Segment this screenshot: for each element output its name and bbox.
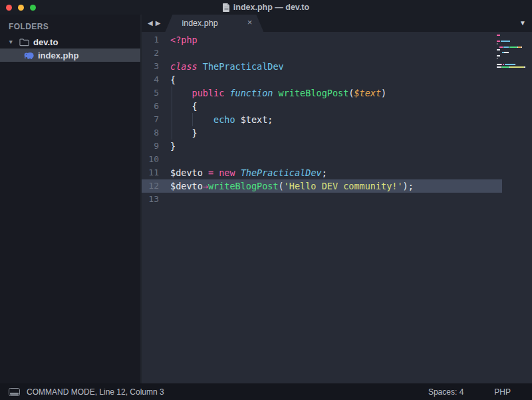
code-line-text: }	[170, 140, 176, 153]
line-number[interactable]: 3	[142, 60, 159, 73]
status-bar: COMMAND MODE, Line 12, Column 3 Spaces: …	[0, 383, 532, 400]
tab-label: index.php	[165, 19, 217, 28]
code-line-text: {	[170, 100, 198, 113]
code-line-text: }	[170, 126, 198, 140]
code-line[interactable]: 6 {	[142, 100, 502, 113]
line-number[interactable]: 9	[142, 140, 159, 153]
line-number[interactable]: 4	[142, 73, 159, 86]
editor-column: ◀ ▶ index.php × ▼ 1<?php23class ThePract…	[142, 15, 532, 383]
code-line[interactable]: 10	[142, 153, 502, 166]
folder-icon	[19, 38, 29, 47]
folder-label: dev.to	[33, 37, 58, 47]
indentation-status[interactable]: Spaces: 4	[428, 387, 464, 397]
indent-guide	[192, 113, 193, 126]
code-line[interactable]: 2	[142, 47, 502, 60]
syntax-status[interactable]: PHP	[494, 387, 511, 397]
file-label: index.php	[38, 50, 78, 60]
tab-overflow-icon[interactable]: ▼	[519, 20, 526, 27]
titlebar[interactable]: index.php — dev.to	[0, 0, 532, 15]
code-line[interactable]: 11$devto = new ThePracticalDev;	[142, 166, 502, 179]
code-line[interactable]: 8 }	[142, 126, 502, 140]
sidebar-item-file-indexphp[interactable]: index.php	[0, 49, 140, 62]
traffic-lights	[0, 5, 36, 11]
code-editor[interactable]: 1<?php23class ThePracticalDev4{5 public …	[142, 32, 532, 383]
code-lines: 1<?php23class ThePracticalDev4{5 public …	[142, 33, 532, 206]
zoom-window-button[interactable]	[30, 5, 36, 11]
tab-indexphp[interactable]: index.php ×	[165, 15, 263, 32]
code-line[interactable]: 1<?php	[142, 33, 502, 47]
line-number[interactable]: 1	[142, 33, 159, 47]
sidebar: FOLDERS ▾ dev.to	[0, 15, 142, 383]
code-line[interactable]: 12$devto→writeBlogPost('Hello DEV commun…	[142, 179, 502, 193]
code-line[interactable]: 9}	[142, 140, 502, 153]
disclosure-triangle-icon[interactable]: ▾	[9, 39, 15, 45]
code-line-text: <?php	[170, 33, 198, 47]
window-title-group: index.php — dev.to	[0, 0, 532, 15]
line-number[interactable]: 5	[142, 86, 159, 100]
status-mode-position: COMMAND MODE, Line 12, Column 3	[27, 387, 164, 397]
minimize-window-button[interactable]	[18, 5, 24, 11]
back-arrow-icon[interactable]: ◀	[148, 20, 153, 27]
code-line[interactable]: 7 echo $text;	[142, 113, 502, 126]
code-line-text: public function writeBlogPost($text)	[170, 86, 386, 100]
indent-guide	[172, 86, 172, 140]
code-line-text: echo $text;	[170, 113, 273, 126]
document-icon	[223, 3, 230, 12]
panel-toggle-icon[interactable]	[9, 388, 20, 396]
sidebar-item-folder-devto[interactable]: ▾ dev.to	[0, 35, 140, 49]
code-line[interactable]: 13	[142, 193, 502, 206]
code-line[interactable]: 5 public function writeBlogPost($text)	[142, 86, 502, 100]
minimap-line	[497, 70, 530, 72]
line-number[interactable]: 11	[142, 166, 159, 179]
line-number[interactable]: 8	[142, 126, 159, 140]
code-line-text: {	[170, 73, 176, 86]
line-number[interactable]: 7	[142, 113, 159, 126]
window-title: index.php — dev.to	[233, 3, 309, 12]
line-number[interactable]: 10	[142, 153, 159, 166]
php-elephant-icon	[24, 51, 34, 60]
code-line-text: $devto = new ThePracticalDev;	[170, 166, 327, 179]
tab-bar: ◀ ▶ index.php × ▼	[142, 15, 532, 32]
tab-close-icon[interactable]: ×	[247, 18, 253, 27]
line-number[interactable]: 12	[142, 179, 159, 193]
minimap[interactable]	[497, 35, 530, 72]
code-line[interactable]: 3class ThePracticalDev	[142, 60, 502, 73]
code-line-text: class ThePracticalDev	[170, 60, 284, 73]
tab-nav-arrows: ◀ ▶	[142, 15, 165, 32]
line-number[interactable]: 6	[142, 100, 159, 113]
line-number[interactable]: 13	[142, 193, 159, 206]
code-line[interactable]: 4{	[142, 73, 502, 86]
code-line-text: $devto→writeBlogPost('Hello DEV communit…	[170, 179, 414, 193]
close-window-button[interactable]	[6, 5, 12, 11]
forward-arrow-icon[interactable]: ▶	[156, 20, 161, 27]
line-number[interactable]: 2	[142, 47, 159, 60]
folders-header: FOLDERS	[0, 19, 140, 35]
app-window: index.php — dev.to FOLDERS ▾ dev.to	[0, 0, 532, 400]
